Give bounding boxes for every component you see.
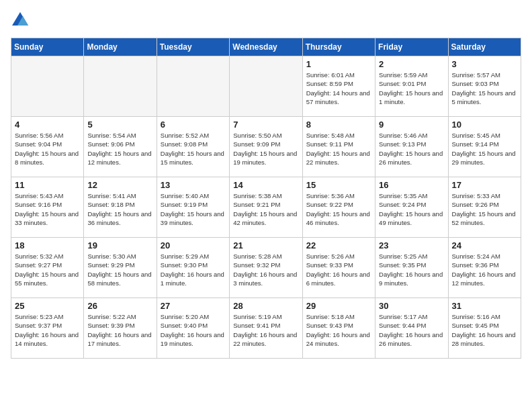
day-info: Sunrise: 5:36 AM Sunset: 9:22 PM Dayligh… (306, 191, 371, 227)
day-info: Sunrise: 5:57 AM Sunset: 9:03 PM Dayligh… (452, 71, 517, 106)
day-number: 7 (233, 120, 298, 130)
calendar-cell: 2Sunrise: 5:59 AM Sunset: 9:01 PM Daylig… (375, 56, 448, 117)
day-info: Sunrise: 5:30 AM Sunset: 9:29 PM Dayligh… (87, 252, 152, 287)
day-info: Sunrise: 5:45 AM Sunset: 9:14 PM Dayligh… (452, 131, 517, 167)
calendar-cell: 12Sunrise: 5:41 AM Sunset: 9:18 PM Dayli… (84, 177, 157, 238)
calendar-cell: 19Sunrise: 5:30 AM Sunset: 9:29 PM Dayli… (84, 238, 157, 298)
day-number: 15 (306, 180, 371, 190)
day-info: Sunrise: 5:18 AM Sunset: 9:43 PM Dayligh… (306, 312, 371, 348)
day-info: Sunrise: 5:41 AM Sunset: 9:18 PM Dayligh… (87, 191, 152, 227)
day-number: 19 (87, 240, 152, 250)
calendar-cell: 11Sunrise: 5:43 AM Sunset: 9:16 PM Dayli… (11, 177, 84, 238)
calendar-cell: 30Sunrise: 5:17 AM Sunset: 9:44 PM Dayli… (375, 298, 448, 359)
calendar-cell: 10Sunrise: 5:45 AM Sunset: 9:14 PM Dayli… (448, 117, 521, 177)
weekday-header-sunday: Sunday (11, 38, 84, 56)
day-info: Sunrise: 5:19 AM Sunset: 9:41 PM Dayligh… (233, 312, 298, 348)
day-info: Sunrise: 5:23 AM Sunset: 9:37 PM Dayligh… (15, 312, 80, 348)
day-number: 25 (15, 301, 80, 311)
day-info: Sunrise: 5:16 AM Sunset: 9:45 PM Dayligh… (452, 312, 517, 348)
day-info: Sunrise: 6:01 AM Sunset: 8:59 PM Dayligh… (306, 71, 371, 106)
calendar-cell: 15Sunrise: 5:36 AM Sunset: 9:22 PM Dayli… (302, 177, 375, 238)
weekday-header-wednesday: Wednesday (230, 38, 302, 56)
calendar-cell (11, 56, 84, 117)
day-info: Sunrise: 5:40 AM Sunset: 9:19 PM Dayligh… (161, 191, 226, 227)
calendar-cell: 1Sunrise: 6:01 AM Sunset: 8:59 PM Daylig… (302, 56, 375, 117)
day-number: 4 (15, 120, 80, 130)
calendar-cell: 7Sunrise: 5:50 AM Sunset: 9:09 PM Daylig… (230, 117, 302, 177)
day-info: Sunrise: 5:59 AM Sunset: 9:01 PM Dayligh… (379, 71, 444, 106)
calendar-cell: 29Sunrise: 5:18 AM Sunset: 9:43 PM Dayli… (302, 298, 375, 359)
calendar-cell: 26Sunrise: 5:22 AM Sunset: 9:39 PM Dayli… (84, 298, 157, 359)
week-row-4: 25Sunrise: 5:23 AM Sunset: 9:37 PM Dayli… (11, 298, 521, 359)
day-number: 10 (452, 120, 517, 130)
day-number: 22 (306, 240, 371, 250)
day-number: 21 (233, 240, 298, 250)
day-number: 2 (379, 59, 444, 69)
day-number: 12 (87, 180, 152, 190)
weekday-header-monday: Monday (84, 38, 157, 56)
calendar-cell: 8Sunrise: 5:48 AM Sunset: 9:11 PM Daylig… (302, 117, 375, 177)
day-info: Sunrise: 5:52 AM Sunset: 9:08 PM Dayligh… (161, 131, 226, 167)
day-number: 26 (87, 301, 152, 311)
calendar-cell: 18Sunrise: 5:32 AM Sunset: 9:27 PM Dayli… (11, 238, 84, 298)
week-row-2: 11Sunrise: 5:43 AM Sunset: 9:16 PM Dayli… (11, 177, 521, 238)
day-number: 29 (306, 301, 371, 311)
calendar-cell: 3Sunrise: 5:57 AM Sunset: 9:03 PM Daylig… (448, 56, 521, 117)
calendar-table: SundayMondayTuesdayWednesdayThursdayFrid… (11, 38, 521, 359)
day-number: 9 (379, 120, 444, 130)
day-number: 5 (87, 120, 152, 130)
day-number: 27 (161, 301, 226, 311)
day-info: Sunrise: 5:38 AM Sunset: 9:21 PM Dayligh… (233, 191, 298, 227)
day-number: 13 (161, 180, 226, 190)
day-info: Sunrise: 5:24 AM Sunset: 9:36 PM Dayligh… (452, 252, 517, 287)
week-row-0: 1Sunrise: 6:01 AM Sunset: 8:59 PM Daylig… (11, 56, 521, 117)
day-info: Sunrise: 5:33 AM Sunset: 9:26 PM Dayligh… (452, 191, 517, 227)
calendar-cell: 22Sunrise: 5:26 AM Sunset: 9:33 PM Dayli… (302, 238, 375, 298)
weekday-header-friday: Friday (375, 38, 448, 56)
day-info: Sunrise: 5:46 AM Sunset: 9:13 PM Dayligh… (379, 131, 444, 167)
day-number: 30 (379, 301, 444, 311)
day-number: 1 (306, 59, 371, 69)
day-info: Sunrise: 5:54 AM Sunset: 9:06 PM Dayligh… (87, 131, 152, 167)
week-row-1: 4Sunrise: 5:56 AM Sunset: 9:04 PM Daylig… (11, 117, 521, 177)
calendar-cell: 21Sunrise: 5:28 AM Sunset: 9:32 PM Dayli… (230, 238, 302, 298)
day-number: 16 (379, 180, 444, 190)
day-info: Sunrise: 5:28 AM Sunset: 9:32 PM Dayligh… (233, 252, 298, 287)
day-number: 6 (161, 120, 226, 130)
day-number: 3 (452, 59, 517, 69)
calendar-cell: 17Sunrise: 5:33 AM Sunset: 9:26 PM Dayli… (448, 177, 521, 238)
day-info: Sunrise: 5:20 AM Sunset: 9:40 PM Dayligh… (161, 312, 226, 348)
day-number: 20 (161, 240, 226, 250)
day-info: Sunrise: 5:35 AM Sunset: 9:24 PM Dayligh… (379, 191, 444, 227)
weekday-header-saturday: Saturday (448, 38, 521, 56)
day-info: Sunrise: 5:32 AM Sunset: 9:27 PM Dayligh… (15, 252, 80, 287)
day-number: 14 (233, 180, 298, 190)
calendar-cell: 28Sunrise: 5:19 AM Sunset: 9:41 PM Dayli… (230, 298, 302, 359)
logo (11, 11, 32, 30)
day-number: 11 (15, 180, 80, 190)
calendar-cell: 13Sunrise: 5:40 AM Sunset: 9:19 PM Dayli… (157, 177, 229, 238)
day-info: Sunrise: 5:56 AM Sunset: 9:04 PM Dayligh… (15, 131, 80, 167)
calendar-cell: 16Sunrise: 5:35 AM Sunset: 9:24 PM Dayli… (375, 177, 448, 238)
calendar-cell (84, 56, 157, 117)
day-info: Sunrise: 5:50 AM Sunset: 9:09 PM Dayligh… (233, 131, 298, 167)
calendar-cell: 25Sunrise: 5:23 AM Sunset: 9:37 PM Dayli… (11, 298, 84, 359)
calendar-cell: 20Sunrise: 5:29 AM Sunset: 9:30 PM Dayli… (157, 238, 229, 298)
calendar-cell (230, 56, 302, 117)
day-number: 8 (306, 120, 371, 130)
day-number: 17 (452, 180, 517, 190)
calendar-cell: 23Sunrise: 5:25 AM Sunset: 9:35 PM Dayli… (375, 238, 448, 298)
calendar-cell: 27Sunrise: 5:20 AM Sunset: 9:40 PM Dayli… (157, 298, 229, 359)
day-info: Sunrise: 5:48 AM Sunset: 9:11 PM Dayligh… (306, 131, 371, 167)
day-info: Sunrise: 5:26 AM Sunset: 9:33 PM Dayligh… (306, 252, 371, 287)
calendar-cell: 14Sunrise: 5:38 AM Sunset: 9:21 PM Dayli… (230, 177, 302, 238)
week-row-3: 18Sunrise: 5:32 AM Sunset: 9:27 PM Dayli… (11, 238, 521, 298)
calendar-cell: 9Sunrise: 5:46 AM Sunset: 9:13 PM Daylig… (375, 117, 448, 177)
day-number: 28 (233, 301, 298, 311)
day-info: Sunrise: 5:22 AM Sunset: 9:39 PM Dayligh… (87, 312, 152, 348)
day-info: Sunrise: 5:25 AM Sunset: 9:35 PM Dayligh… (379, 252, 444, 287)
day-number: 18 (15, 240, 80, 250)
calendar-cell: 4Sunrise: 5:56 AM Sunset: 9:04 PM Daylig… (11, 117, 84, 177)
day-number: 24 (452, 240, 517, 250)
calendar-cell: 24Sunrise: 5:24 AM Sunset: 9:36 PM Dayli… (448, 238, 521, 298)
